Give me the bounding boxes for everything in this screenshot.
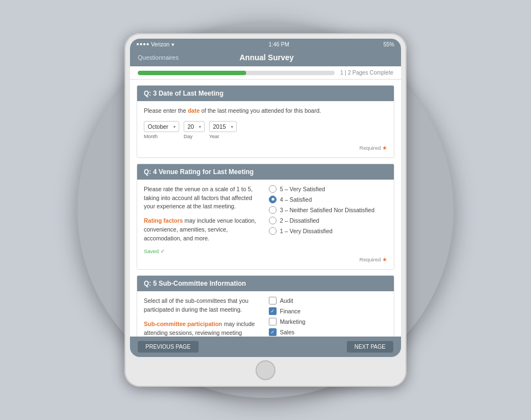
q4-description: Please rate the venue on a scale of 1 to… [144, 185, 262, 211]
nav-back-link[interactable]: Questionnaires [138, 54, 179, 61]
radio-label-2: 2 – Dissatisfied [280, 217, 319, 224]
saved-badge: Saved ✓ [144, 248, 262, 254]
q3-required: Required ★ [144, 143, 387, 152]
q3-desc-highlight: date [188, 107, 200, 114]
month-select[interactable]: October [144, 121, 179, 132]
day-label: Day [184, 134, 192, 139]
radio-label-4: 4 – Satisfied [280, 196, 312, 203]
progress-bar-fill [138, 71, 246, 75]
radio-circle-3[interactable] [269, 206, 277, 214]
question-3-title: Q: 3 Date of Last Meeting [144, 90, 223, 97]
radio-label-3: 3 – Neither Satisfied Nor Dissatisfied [280, 207, 374, 213]
next-page-button[interactable]: NEXT PAGE [347, 341, 393, 353]
checkbox-label-finance: Finance [280, 308, 300, 314]
question-4-title: Q: 4 Venue Rating for Last Meeting [144, 168, 254, 176]
progress-text: 1 | 2 Pages Complete [340, 70, 393, 76]
signal-dot-4 [147, 43, 149, 45]
wifi-icon: ▾ [171, 41, 174, 48]
q5-participation-info: Sub-committee participation may include … [144, 320, 262, 337]
question-5-header: Q: 5 Sub-Committee Information [137, 276, 394, 291]
q3-desc-suffix: of the last meeting you attended for thi… [200, 107, 321, 114]
checkbox-label-sales: Sales [280, 329, 294, 335]
question-5-section: Q: 5 Sub-Committee Information Select al… [137, 275, 394, 337]
radio-circle-2[interactable] [269, 217, 277, 224]
q4-required-text: Required [360, 256, 381, 262]
progress-bar-container [138, 71, 335, 75]
question-3-description: Please enter the date of the last meetin… [144, 107, 387, 116]
signal-dot-1 [137, 43, 139, 45]
checkbox-marketing[interactable]: Marketing [269, 318, 387, 326]
question-4-body: Please rate the venue on a scale of 1 to… [137, 180, 394, 270]
day-field: 20 Day [184, 121, 205, 139]
tablet-device: Verizon ▾ 1:46 PM 55% Questionnaires Ann… [124, 33, 407, 387]
month-label: Month [144, 134, 158, 139]
checkbox-label-audit: Audit [280, 297, 293, 304]
device-shadow: Verizon ▾ 1:46 PM 55% Questionnaires Ann… [77, 22, 454, 398]
checkbox-finance[interactable]: ✓ Finance [269, 307, 387, 315]
q5-highlight-label: Sub-committee participation [144, 321, 222, 327]
checkbox-box-marketing[interactable] [269, 318, 277, 326]
battery-level: 55% [383, 41, 394, 48]
radio-circle-1[interactable] [269, 227, 277, 235]
q3-required-text: Required [360, 145, 381, 151]
checkbox-box-audit[interactable] [269, 297, 277, 305]
radio-circle-4[interactable] [269, 196, 277, 203]
q5-desc-text: Select all of the sub-committees that yo… [144, 297, 248, 313]
radio-option-3[interactable]: 3 – Neither Satisfied Nor Dissatisfied [269, 206, 387, 214]
progress-section: 1 | 2 Pages Complete [130, 66, 401, 80]
day-select[interactable]: 20 [184, 121, 205, 132]
radio-label-5: 5 – Very Satisfied [280, 186, 325, 192]
checkbox-sales[interactable]: ✓ Sales [269, 328, 387, 336]
status-time: 1:46 PM [269, 41, 289, 48]
q5-two-col: Select all of the sub-committees that yo… [144, 297, 387, 337]
saved-text: Saved [144, 248, 159, 254]
year-select-wrapper[interactable]: 2015 [209, 121, 237, 132]
day-select-wrapper[interactable]: 20 [184, 121, 205, 132]
q4-desc-text: Please rate the venue on a scale of 1 to… [144, 186, 253, 210]
q5-col-left: Select all of the sub-committees that yo… [144, 297, 262, 337]
q4-required-star: ★ [382, 256, 387, 262]
signal-dot-3 [143, 43, 145, 45]
date-fields: October Month 20 [144, 121, 387, 139]
question-5-title: Q: 5 Sub-Committee Information [144, 280, 246, 287]
content-area[interactable]: Q: 3 Date of Last Meeting Please enter t… [130, 80, 401, 337]
radio-option-5[interactable]: 5 – Very Satisfied [269, 185, 387, 193]
question-4-section: Q: 4 Venue Rating for Last Meeting Pleas… [137, 164, 394, 270]
radio-circle-5[interactable] [269, 185, 277, 193]
checkbox-audit[interactable]: Audit [269, 297, 387, 305]
checkmark-icon: ✓ [160, 248, 165, 254]
question-3-section: Q: 3 Date of Last Meeting Please enter t… [137, 85, 394, 158]
year-select[interactable]: 2015 [209, 121, 237, 132]
month-field: October Month [144, 121, 179, 139]
carrier-name: Verizon [151, 41, 169, 48]
q4-col-left: Please rate the venue on a scale of 1 to… [144, 185, 262, 255]
previous-page-button[interactable]: PREVIOUS PAGE [138, 341, 199, 353]
signal-dot-2 [140, 43, 142, 45]
bottom-nav: PREVIOUS PAGE NEXT PAGE [130, 337, 401, 357]
q3-desc-prefix: Please enter the [144, 107, 188, 114]
signal-dots [137, 43, 149, 45]
q4-two-col: Please rate the venue on a scale of 1 to… [144, 185, 387, 255]
checkbox-label-marketing: Marketing [280, 318, 305, 325]
radio-option-4[interactable]: 4 – Satisfied [269, 196, 387, 203]
question-4-header: Q: 4 Venue Rating for Last Meeting [137, 164, 394, 180]
q4-highlight-label: Rating factors [144, 217, 183, 224]
tablet-screen: Verizon ▾ 1:46 PM 55% Questionnaires Ann… [130, 39, 401, 357]
q4-required: Required ★ [144, 254, 387, 264]
radio-option-2[interactable]: 2 – Dissatisfied [269, 217, 387, 224]
home-button[interactable] [256, 360, 275, 380]
q5-col-right: Audit ✓ Finance Marketing [269, 297, 387, 337]
year-label: Year [209, 134, 219, 139]
checkbox-box-finance[interactable]: ✓ [269, 307, 277, 315]
month-select-wrapper[interactable]: October [144, 121, 179, 132]
status-left: Verizon ▾ [137, 41, 174, 48]
q5-description: Select all of the sub-committees that yo… [144, 297, 262, 314]
status-bar: Verizon ▾ 1:46 PM 55% [130, 39, 401, 50]
radio-label-1: 1 – Very Dissatisfied [280, 228, 332, 234]
question-5-body: Select all of the sub-committees that yo… [137, 291, 394, 337]
q3-required-star: ★ [382, 145, 387, 151]
question-3-header: Q: 3 Date of Last Meeting [137, 86, 394, 101]
radio-option-1[interactable]: 1 – Very Dissatisfied [269, 227, 387, 235]
checkbox-box-sales[interactable]: ✓ [269, 328, 277, 336]
year-field: 2015 Year [209, 121, 237, 139]
